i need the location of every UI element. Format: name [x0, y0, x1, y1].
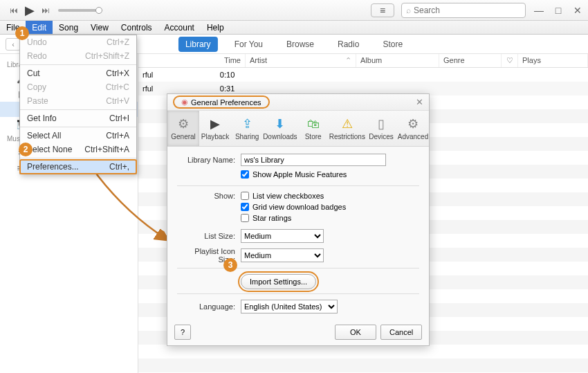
show-label: Show:: [177, 192, 241, 200]
list-size-select[interactable]: Medium: [241, 229, 324, 243]
tab-advanced[interactable]: ⚙Advanced: [397, 111, 429, 146]
tab-sharing[interactable]: ⇪Sharing: [231, 111, 263, 146]
library-name-input[interactable]: [241, 154, 386, 166]
edit-dropdown: UndoCtrl+Z RedoCtrl+Shift+Z CutCtrl+X Co…: [19, 35, 137, 174]
tab-general[interactable]: ⚙General: [167, 111, 199, 146]
language-select[interactable]: English (United States): [241, 300, 338, 313]
callout-badge-3: 3: [223, 258, 237, 272]
menu-getinfo[interactable]: Get InfoCtrl+I: [20, 111, 136, 125]
sharing-icon: ⇪: [242, 116, 252, 131]
dialog-toolbar: ⚙General ▶Playback ⇪Sharing ⬇Downloads 🛍…: [167, 111, 429, 147]
tab-playback[interactable]: ▶Playback: [199, 111, 231, 146]
menu-paste[interactable]: PasteCtrl+V: [20, 94, 136, 108]
switches-icon: ⚙: [178, 116, 189, 131]
show-apple-music-checkbox[interactable]: Show Apple Music Features: [241, 170, 347, 179]
starratings-checkbox[interactable]: Star ratings: [241, 214, 346, 222]
tab-store[interactable]: 🛍Store: [297, 111, 329, 146]
menu-copy[interactable]: CopyCtrl+C: [20, 80, 136, 94]
list-size-label: List Size:: [177, 232, 241, 240]
help-button[interactable]: ?: [174, 325, 191, 340]
menu-redo[interactable]: RedoCtrl+Shift+Z: [20, 49, 136, 63]
menu-preferences[interactable]: Preferences...Ctrl+,: [20, 160, 136, 174]
gear-icon: ⚙: [407, 116, 419, 131]
library-name-label: Library Name:: [177, 156, 241, 164]
person-warn-icon: ⚠: [342, 116, 353, 131]
bag-icon: 🛍: [307, 117, 320, 131]
cancel-button[interactable]: Cancel: [380, 325, 422, 340]
playlist-size-select[interactable]: Medium: [241, 248, 324, 262]
dialog-title: General Preferences: [191, 98, 261, 107]
preferences-dialog: ◉General Preferences ✕ ⚙General ▶Playbac…: [167, 93, 430, 346]
language-label: Language:: [177, 302, 241, 311]
gridbadges-checkbox[interactable]: Grid view download badges: [241, 203, 346, 211]
menu-undo[interactable]: UndoCtrl+Z: [20, 35, 136, 49]
tab-downloads[interactable]: ⬇Downloads: [263, 111, 297, 146]
callout-badge-1: 1: [15, 26, 29, 40]
menu-selectall[interactable]: Select AllCtrl+A: [20, 129, 136, 143]
menu-cut[interactable]: CutCtrl+X: [20, 66, 136, 80]
dialog-close-button[interactable]: ✕: [416, 97, 423, 107]
ok-button[interactable]: OK: [335, 325, 376, 340]
download-icon: ⬇: [275, 116, 285, 131]
import-settings-button[interactable]: Import Settings...: [241, 274, 316, 289]
menu-selectnone[interactable]: Select NoneCtrl+Shift+A: [20, 143, 136, 156]
listview-checkbox[interactable]: List view checkboxes: [241, 192, 346, 200]
callout-badge-2: 2: [19, 143, 33, 156]
play-circle-icon: ▶: [210, 116, 220, 131]
tab-restrictions[interactable]: ⚠Restrictions: [329, 111, 365, 146]
dialog-titlebar: ◉General Preferences ✕: [167, 94, 429, 111]
device-icon: ▯: [378, 116, 385, 131]
tab-devices[interactable]: ▯Devices: [365, 111, 397, 146]
prefs-icon: ◉: [181, 98, 188, 107]
